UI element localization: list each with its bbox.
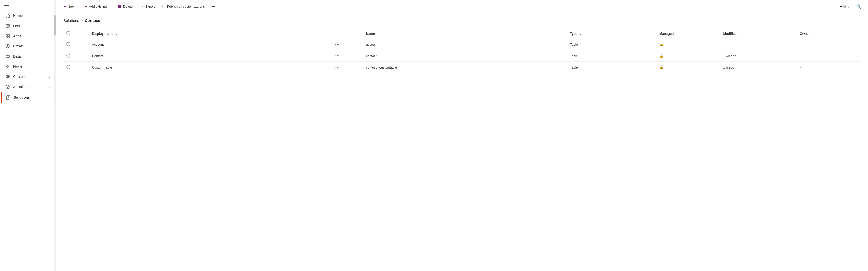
- row-radio-1[interactable]: [66, 54, 70, 58]
- export-button[interactable]: → Export: [137, 3, 158, 10]
- lock-icon: 🔒: [659, 54, 664, 58]
- export-label: Export: [145, 5, 155, 8]
- chatbots-icon: [5, 74, 10, 79]
- chevron-down-icon: ⌄: [49, 85, 51, 88]
- new-button-label: New: [68, 5, 74, 8]
- row-more-button[interactable]: •••: [334, 65, 341, 70]
- content-area: Solutions > Contoso Display name ⌄ Name: [56, 13, 868, 271]
- sidebar: Home Learn Apps: [0, 0, 56, 271]
- breadcrumb-current: Contoso: [85, 18, 100, 23]
- name-cell: contoso_customtable: [363, 62, 567, 73]
- table-row: Contact ••• contact Table 🔒 1 wk ago -: [63, 50, 860, 62]
- flows-icon: [5, 64, 10, 69]
- filter-lines-icon: ≡: [840, 5, 842, 8]
- solutions-icon: [6, 95, 11, 100]
- new-chevron-icon: ⌄: [76, 5, 78, 8]
- sidebar-item-label: Create: [13, 44, 51, 48]
- sidebar-item-label: Learn: [13, 24, 51, 28]
- table-header-row: Display name ⌄ Name Type ⌄ Managed...: [63, 29, 860, 39]
- managed-cell: 🔒: [656, 62, 720, 73]
- sidebar-item-label: Chatbots: [13, 75, 45, 79]
- sidebar-item-flows[interactable]: Flows: [1, 61, 55, 72]
- type-cell: Table: [567, 50, 656, 62]
- add-existing-button[interactable]: + Add existing ⌄: [82, 3, 113, 10]
- display-name-cell: Contact: [89, 50, 331, 62]
- sidebar-item-home[interactable]: Home: [1, 11, 55, 21]
- scrollbar-track: [54, 0, 56, 271]
- sidebar-header: [0, 0, 56, 11]
- type-cell: Table: [567, 62, 656, 73]
- svg-rect-12: [6, 57, 9, 58]
- sidebar-item-label: Flows: [13, 64, 51, 69]
- apps-icon: [5, 33, 10, 38]
- row-more-button[interactable]: •••: [334, 42, 341, 47]
- sidebar-item-label: Data: [13, 54, 45, 58]
- ellipsis-cell[interactable]: •••: [331, 62, 363, 73]
- add-existing-icon: +: [85, 4, 87, 9]
- data-icon: [5, 54, 10, 59]
- export-icon: →: [140, 4, 144, 9]
- sidebar-item-chatbots[interactable]: Chatbots ⌄: [1, 72, 55, 82]
- add-existing-chevron-icon: ⌄: [108, 5, 111, 8]
- ellipsis-cell[interactable]: •••: [331, 50, 363, 62]
- sidebar-item-data[interactable]: Data ⌄: [1, 51, 55, 61]
- toolbar: + New ⌄ + Add existing ⌄ 🗑 Delete → Expo…: [56, 0, 868, 13]
- breadcrumb-parent[interactable]: Solutions: [63, 18, 79, 23]
- row-more-button[interactable]: •••: [334, 53, 341, 58]
- owner-cell: -: [797, 39, 860, 50]
- add-existing-label: Add existing: [89, 5, 107, 8]
- filter-chevron-icon: ⌄: [847, 5, 850, 8]
- owner-cell: -: [797, 50, 860, 62]
- svg-rect-0: [6, 24, 9, 27]
- ellipsis-cell[interactable]: •••: [331, 39, 363, 50]
- publish-icon: ☐: [162, 4, 165, 9]
- row-select-cell: [63, 62, 89, 73]
- solutions-table: Display name ⌄ Name Type ⌄ Managed...: [63, 29, 860, 73]
- svg-rect-11: [6, 56, 9, 57]
- sidebar-item-learn[interactable]: Learn: [1, 21, 55, 31]
- scrollbar-thumb[interactable]: [54, 15, 56, 35]
- sidebar-item-solutions[interactable]: Solutions: [1, 92, 55, 103]
- sidebar-item-ai-builder[interactable]: AI Builder ⌄: [1, 82, 55, 92]
- row-radio-2[interactable]: [66, 65, 70, 69]
- name-cell: contact: [363, 50, 567, 62]
- lock-icon: 🔒: [659, 65, 664, 69]
- svg-rect-6: [8, 36, 9, 38]
- sidebar-item-create[interactable]: Create: [1, 41, 55, 51]
- delete-button[interactable]: 🗑 Delete: [115, 3, 136, 10]
- svg-point-18: [7, 86, 7, 86]
- new-button[interactable]: + New ⌄: [61, 3, 81, 10]
- chevron-down-icon: ⌄: [49, 75, 51, 78]
- main-content: + New ⌄ + Add existing ⌄ 🗑 Delete → Expo…: [56, 0, 868, 271]
- create-icon: [5, 44, 10, 49]
- svg-rect-3: [6, 34, 7, 36]
- type-sort-icon: ⌄: [580, 32, 582, 35]
- row-select-cell: [63, 39, 89, 50]
- type-cell: Table: [567, 39, 656, 50]
- sidebar-item-label: AI Builder: [13, 85, 45, 89]
- row-radio-0[interactable]: [66, 42, 70, 46]
- svg-point-17: [8, 76, 9, 77]
- plus-icon: +: [64, 4, 66, 9]
- modified-cell: 1 h ago: [720, 62, 797, 73]
- select-all-radio[interactable]: [66, 31, 70, 35]
- svg-point-13: [7, 66, 8, 67]
- breadcrumb: Solutions > Contoso: [63, 18, 860, 23]
- managed-cell: 🔒: [656, 50, 720, 62]
- display-name-cell: Account: [89, 39, 331, 50]
- more-button[interactable]: •••: [209, 3, 219, 10]
- sidebar-item-label: Apps: [13, 34, 51, 38]
- hamburger-icon[interactable]: [4, 4, 9, 7]
- learn-icon: [5, 23, 10, 28]
- col-display-name-header[interactable]: Display name ⌄: [89, 29, 331, 39]
- search-button[interactable]: 🔍: [855, 3, 863, 10]
- col-type-header[interactable]: Type ⌄: [567, 29, 656, 39]
- svg-point-15: [7, 76, 7, 77]
- publish-button[interactable]: ☐ Publish all customizations: [159, 3, 208, 10]
- sort-icon: ⌄: [115, 32, 117, 35]
- sidebar-item-apps[interactable]: Apps: [1, 31, 55, 41]
- filter-button[interactable]: ≡ All ⌄: [837, 3, 853, 10]
- svg-point-16: [7, 76, 8, 77]
- sidebar-item-label: Home: [13, 14, 51, 18]
- delete-icon: 🗑: [118, 4, 122, 9]
